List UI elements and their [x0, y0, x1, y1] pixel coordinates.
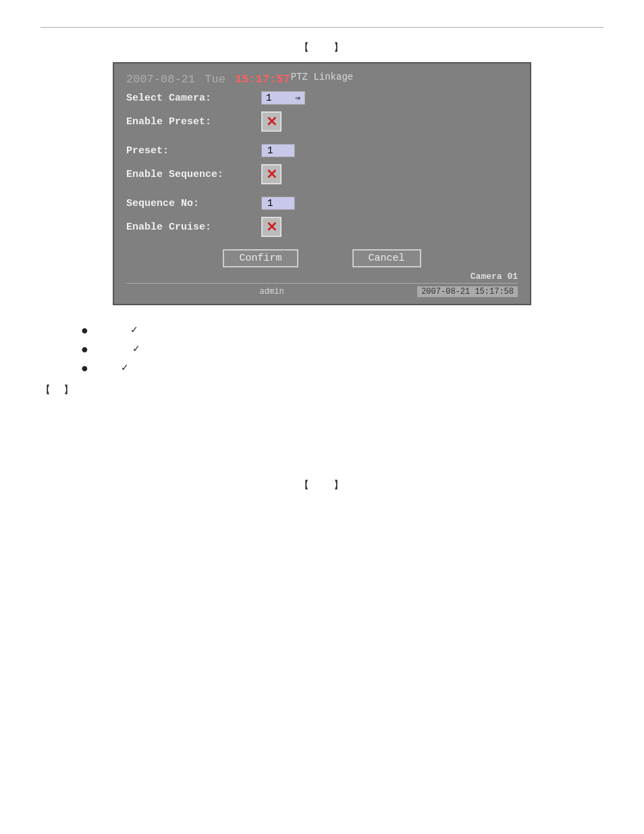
bullet-dot-2: ● [81, 343, 88, 355]
bullet-dot-3: ● [81, 362, 88, 374]
list-item: ● ✓ [81, 343, 603, 355]
sequence-no-value[interactable]: 1 [261, 197, 295, 210]
field-select-camera: Select Camera: 1 ⇒ [126, 91, 518, 105]
dvr-button-row: Confirm Cancel [126, 249, 518, 267]
cancel-button[interactable]: Cancel [352, 249, 421, 267]
dvr-footer-wrap: Camera 01 admin 2007-08-21 15:17:58 [126, 271, 518, 297]
top-bracket-label: 【 】 [41, 41, 603, 54]
arrow-icon: ⇒ [295, 93, 300, 103]
label-enable-preset: Enable Preset: [126, 116, 261, 128]
select-camera-input[interactable]: 1 ⇒ [261, 91, 305, 105]
bullet-text-1: ✓ [97, 324, 138, 336]
top-divider [41, 27, 603, 28]
dvr-footer-user: admin [260, 287, 284, 296]
dvr-footer: admin 2007-08-21 15:17:58 [126, 283, 518, 297]
field-sequence-no: Sequence No: 1 [126, 197, 518, 210]
dvr-form: Select Camera: 1 ⇒ Enable Preset: ✕ Pres… [126, 91, 518, 237]
preset-value[interactable]: 1 [261, 144, 295, 157]
label-preset: Preset: [126, 145, 261, 157]
bullet-dot-1: ● [81, 324, 88, 336]
empty-para-4 [41, 441, 603, 452]
dvr-date: 2007-08-21 [126, 73, 195, 86]
checkmark-3: ✓ [121, 363, 129, 373]
field-enable-sequence: Enable Sequence: ✕ [126, 164, 518, 184]
checkmark-1: ✓ [130, 325, 138, 335]
list-item: ● ✓ [81, 324, 603, 336]
label-enable-sequence: Enable Sequence: [126, 169, 261, 180]
checkbox-enable-preset[interactable]: ✕ [261, 111, 281, 132]
bottom-section [41, 409, 603, 452]
confirm-button[interactable]: Confirm [223, 249, 298, 267]
list-item: ● ✓ [81, 362, 603, 374]
camera-value: 1 [266, 93, 271, 103]
bullet-section: ● ✓ ● ✓ ● ✓ [81, 324, 603, 374]
empty-para-1 [41, 409, 603, 419]
dvr-screen: PTZ Linkage 2007-08-21 Tue 15:17:57 Sele… [113, 62, 531, 305]
checkmark-2: ✓ [132, 344, 140, 354]
label-select-camera: Select Camera: [126, 93, 261, 104]
dvr-day: Tue [205, 73, 225, 86]
bullet-text-2: ✓ [97, 343, 141, 355]
dvr-footer-camera: Camera 01 [126, 271, 518, 282]
dvr-title: PTZ Linkage [291, 72, 353, 82]
label-enable-cruise: Enable Cruise: [126, 221, 261, 233]
label-sequence-no: Sequence No: [126, 198, 261, 209]
dvr-time: 15:17:57 [235, 73, 290, 86]
empty-para-2 [41, 419, 603, 430]
dvr-footer-datetime: 2007-08-21 15:17:58 [417, 286, 518, 297]
field-enable-cruise: Enable Cruise: ✕ [126, 217, 518, 237]
checkbox-enable-cruise[interactable]: ✕ [261, 217, 281, 237]
bracket-label-mid: 【 】 [41, 384, 603, 396]
bullet-text-3: ✓ [97, 362, 129, 373]
empty-para-3 [41, 430, 603, 441]
field-preset: Preset: 1 [126, 144, 518, 157]
field-enable-preset: Enable Preset: ✕ [126, 111, 518, 132]
checkbox-enable-sequence[interactable]: ✕ [261, 164, 281, 184]
bracket-label-bottom: 【 】 [41, 479, 603, 492]
